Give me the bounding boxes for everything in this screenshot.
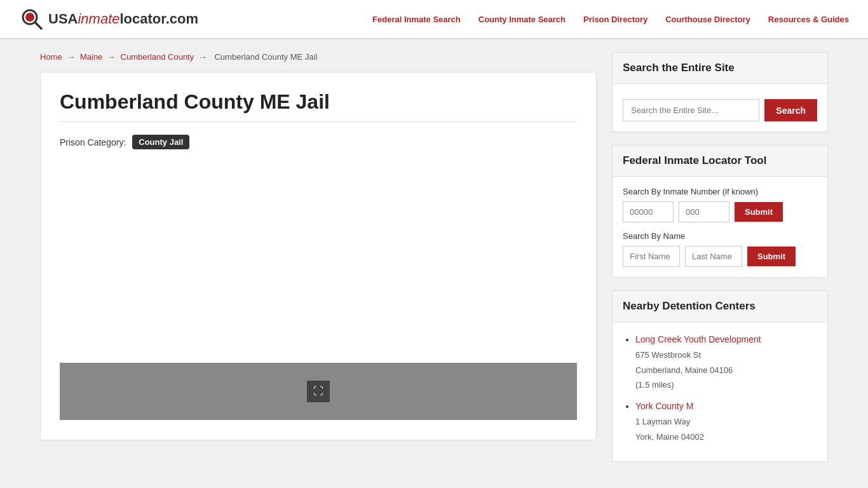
content-wrapper: Home → Maine → Cumberland County → Cumbe… [21, 39, 847, 475]
federal-locator-heading: Federal Inmate Locator Tool [613, 146, 827, 177]
logo[interactable]: USAinmatelocator.com [19, 6, 198, 32]
inmate-name-label: Search By Name [623, 231, 817, 241]
header: USAinmatelocator.com Federal Inmate Sear… [0, 0, 868, 39]
breadcrumb-sep-2: → [107, 52, 118, 62]
breadcrumb-sep-3: → [199, 52, 210, 62]
svg-point-1 [25, 13, 34, 22]
sidebar: Search the Entire Site Search Federal In… [612, 52, 828, 462]
breadcrumb-sep-1: → [67, 52, 78, 62]
prison-category-row: Prison Category: County Jail [60, 135, 577, 149]
prison-category-badge: County Jail [132, 135, 189, 149]
inmate-number-row: Submit [623, 201, 817, 222]
search-widget-body: Search [613, 84, 827, 132]
breadcrumb: Home → Maine → Cumberland County → Cumbe… [40, 52, 597, 62]
breadcrumb-current: Cumberland County ME Jail [214, 52, 317, 62]
first-name-input[interactable] [623, 246, 680, 267]
prison-category-label: Prison Category: [60, 137, 126, 147]
main-column: Home → Maine → Cumberland County → Cumbe… [40, 52, 597, 462]
nearby-item-address-1: 1 Layman Way [635, 417, 690, 426]
map-placeholder: ⛶ [60, 363, 577, 420]
nav-resources-guides[interactable]: Resources & Guides [768, 15, 849, 24]
inmate-number-submit-button[interactable]: Submit [735, 202, 783, 222]
logo-locator: locator.com [120, 11, 198, 27]
site-search-input[interactable] [623, 99, 759, 121]
nav-courthouse-directory[interactable]: Courthouse Directory [665, 15, 750, 24]
nearby-item-link-0[interactable]: Long Creek Youth Development [635, 334, 761, 344]
nearby-item-distance-0: (1.5 miles) [635, 380, 674, 390]
map-expand-button[interactable]: ⛶ [307, 381, 330, 402]
search-widget-heading: Search the Entire Site [613, 53, 827, 84]
list-item: Long Creek Youth Development 675 Westbro… [635, 332, 817, 393]
nav-prison-directory[interactable]: Prison Directory [583, 15, 648, 24]
list-item: York County M 1 Layman Way York, Maine 0… [635, 399, 817, 444]
nearby-detention-heading: Nearby Detention Centers [613, 291, 827, 322]
svg-line-2 [35, 22, 41, 29]
breadcrumb-home[interactable]: Home [40, 52, 62, 62]
inmate-name-section: Search By Name Submit [623, 231, 817, 267]
inmate-number-label: Search By Inmate Number (if known) [623, 187, 817, 196]
search-widget-card: Search the Entire Site Search [612, 52, 828, 132]
inmate-number-input-1[interactable] [623, 201, 674, 222]
nearby-item-citystate-0: Cumberland, Maine 04106 [635, 365, 733, 375]
last-name-input[interactable] [685, 246, 742, 267]
federal-locator-card: Federal Inmate Locator Tool Search By In… [612, 145, 828, 278]
nearby-item-citystate-1: York, Maine 04002 [635, 432, 704, 442]
nearby-item-address-0: 675 Westbrook St [635, 350, 701, 360]
federal-locator-body: Search By Inmate Number (if known) Submi… [613, 177, 827, 277]
inmate-name-submit-button[interactable]: Submit [747, 247, 796, 266]
nav-county-inmate-search[interactable]: County Inmate Search [478, 15, 566, 24]
nav-federal-inmate-search[interactable]: Federal Inmate Search [372, 15, 461, 24]
breadcrumb-cumberland-county[interactable]: Cumberland County [121, 52, 194, 62]
logo-inmate: inmate [78, 11, 119, 27]
site-search-row: Search [623, 99, 817, 121]
inmate-name-row: Submit [623, 246, 817, 267]
page-title: Cumberland County ME Jail [60, 90, 577, 122]
main-nav: Federal Inmate Search County Inmate Sear… [372, 15, 849, 24]
logo-icon [19, 6, 44, 32]
logo-usa: USA [48, 11, 78, 27]
nearby-detention-card: Nearby Detention Centers Long Creek Yout… [612, 290, 828, 462]
map-area [60, 162, 577, 353]
logo-text: USAinmatelocator.com [48, 11, 198, 27]
nearby-item-link-1[interactable]: York County M [635, 401, 693, 411]
site-search-button[interactable]: Search [764, 99, 817, 121]
main-content-box: Cumberland County ME Jail Prison Categor… [40, 72, 597, 440]
inmate-number-section: Search By Inmate Number (if known) Submi… [623, 187, 817, 222]
inmate-number-input-2[interactable] [679, 201, 729, 222]
nearby-detention-list: Long Creek Youth Development 675 Westbro… [623, 332, 817, 445]
nearby-detention-body: Long Creek Youth Development 675 Westbro… [613, 322, 827, 461]
breadcrumb-maine[interactable]: Maine [80, 52, 102, 62]
